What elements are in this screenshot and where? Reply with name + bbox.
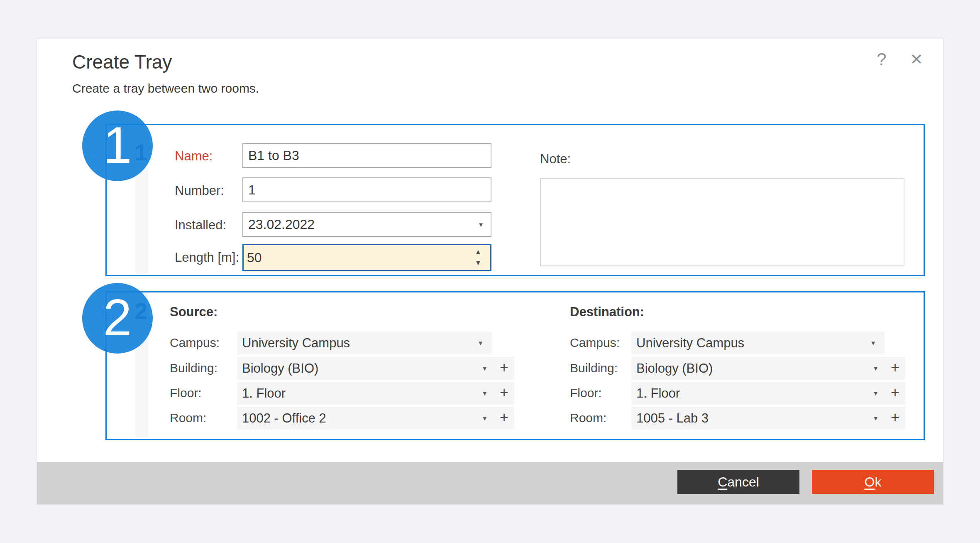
create-tray-dialog: Create Tray Create a tray between two ro… [37,39,943,505]
cancel-button[interactable]: Cancel [677,470,799,494]
ok-button[interactable]: Ok [812,470,934,494]
dialog-footer [37,462,943,504]
step2-badge: 2 [82,283,153,354]
dialog-title: Create Tray [72,51,172,73]
help-icon[interactable]: ? [870,47,893,71]
step1-badge: 1 [82,111,153,181]
dialog-subtitle: Create a tray between two rooms. [72,81,259,96]
close-icon[interactable]: ✕ [905,47,928,71]
step1-section [105,124,925,276]
step2-section [105,291,925,440]
screen: Create Tray Create a tray between two ro… [0,0,980,543]
